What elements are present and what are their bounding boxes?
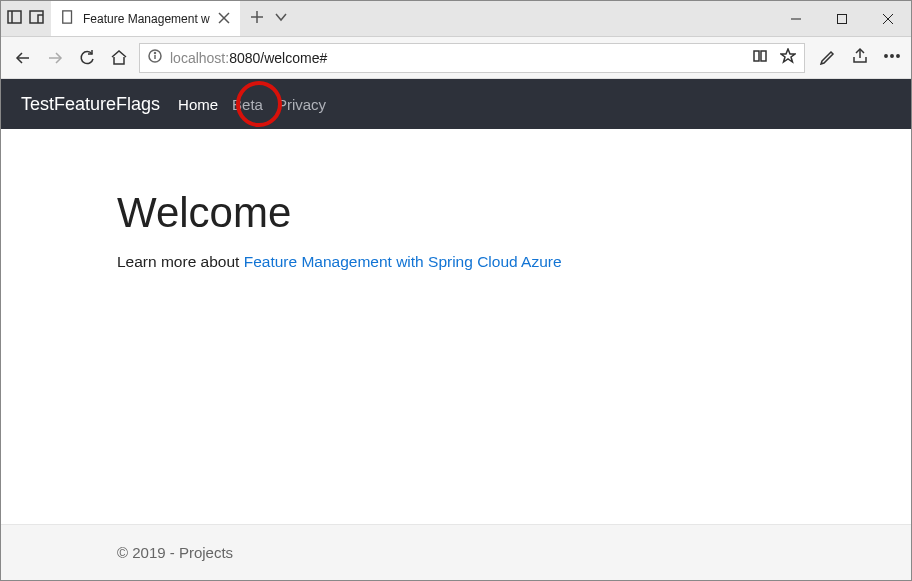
page-footer: © 2019 - Projects — [1, 524, 911, 580]
site-info-icon[interactable] — [148, 49, 162, 67]
svg-point-18 — [885, 54, 887, 56]
nav-item-home[interactable]: Home — [178, 96, 218, 113]
svg-point-19 — [891, 54, 893, 56]
maximize-button[interactable] — [819, 1, 865, 36]
nav-item-beta[interactable]: Beta — [232, 96, 263, 113]
titlebar-left-icons — [1, 1, 51, 36]
svg-rect-3 — [63, 10, 72, 22]
svg-point-20 — [897, 54, 899, 56]
address-bar-text: localhost:8080/welcome# — [170, 50, 327, 66]
svg-rect-0 — [8, 11, 21, 23]
tab-preview-icon[interactable] — [29, 9, 45, 29]
svg-point-16 — [155, 52, 156, 53]
toolbar-right — [819, 47, 901, 69]
svg-rect-9 — [838, 14, 847, 23]
tab-actions — [240, 1, 298, 36]
url-host: 8080 — [229, 50, 260, 66]
footer-text: © 2019 - Projects — [117, 544, 233, 561]
back-button[interactable] — [11, 46, 35, 70]
refresh-button[interactable] — [75, 46, 99, 70]
svg-rect-2 — [30, 11, 43, 23]
minimize-button[interactable] — [773, 1, 819, 36]
new-tab-button[interactable] — [250, 10, 264, 28]
forward-button[interactable] — [43, 46, 67, 70]
page-title: Welcome — [117, 189, 795, 237]
page-main: Welcome Learn more about Feature Managem… — [1, 129, 911, 271]
feature-management-link[interactable]: Feature Management with Spring Cloud Azu… — [244, 253, 562, 270]
site-brand[interactable]: TestFeatureFlags — [21, 94, 160, 115]
browser-toolbar: localhost:8080/welcome# — [1, 37, 911, 79]
window-controls — [773, 1, 911, 36]
url-path: /welcome# — [260, 50, 327, 66]
close-window-button[interactable] — [865, 1, 911, 36]
tab-close-button[interactable] — [218, 10, 230, 28]
site-navbar: TestFeatureFlags Home Beta Privacy — [1, 79, 911, 129]
browser-tab-title: Feature Management w — [83, 12, 210, 26]
svg-marker-17 — [781, 49, 795, 62]
browser-tab[interactable]: Feature Management w — [51, 1, 240, 36]
page-icon — [61, 10, 75, 28]
tab-options-button[interactable] — [274, 10, 288, 28]
notes-icon[interactable] — [819, 47, 837, 69]
share-icon[interactable] — [851, 47, 869, 69]
page-lead: Learn more about Feature Management with… — [117, 253, 795, 271]
tab-aside-icon[interactable] — [7, 9, 23, 29]
lead-prefix: Learn more about — [117, 253, 244, 270]
settings-menu-icon[interactable] — [883, 47, 901, 69]
reading-view-icon[interactable] — [752, 48, 768, 68]
url-host-dim: localhost: — [170, 50, 229, 66]
favorite-icon[interactable] — [780, 48, 796, 68]
home-button[interactable] — [107, 46, 131, 70]
address-bar[interactable]: localhost:8080/welcome# — [139, 43, 805, 73]
window-titlebar: Feature Management w — [1, 1, 911, 37]
nav-item-privacy[interactable]: Privacy — [277, 96, 326, 113]
